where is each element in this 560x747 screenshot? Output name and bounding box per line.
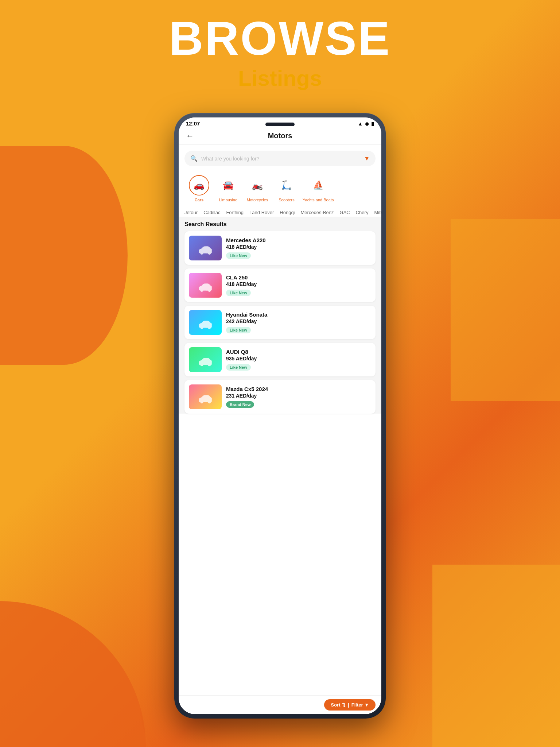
category-icon-wrap-scooters: 🛴 bbox=[276, 175, 297, 196]
sort-label: Sort ⇅ bbox=[331, 702, 346, 708]
car-name-3: Hyundai Sonata bbox=[226, 311, 371, 318]
yacht-icon: ⛵ bbox=[313, 180, 324, 190]
app-header: ← Motors bbox=[179, 128, 381, 145]
car-silhouette-4: 🚗 bbox=[198, 353, 213, 367]
category-label-limousine: Limousine bbox=[219, 198, 237, 202]
header-section: BROWSE Listings bbox=[0, 15, 560, 91]
results-title: Search Results bbox=[184, 221, 376, 228]
category-item-motorcycles[interactable]: 🏍️ Motorcycles bbox=[243, 174, 272, 204]
car-silhouette-1: 🚗 bbox=[198, 241, 213, 255]
table-row[interactable]: 🚗 AUDI Q8 935 AED/day Like New bbox=[184, 343, 376, 376]
category-label-scooters: Scooters bbox=[279, 198, 294, 202]
car-badge-3: Like New bbox=[226, 327, 251, 333]
brand-chery[interactable]: Chery bbox=[356, 210, 369, 215]
search-section: 🔍 What are you looking for? ▼ bbox=[179, 145, 381, 169]
back-button[interactable]: ← bbox=[186, 131, 194, 141]
wifi-icon: ▲ bbox=[358, 121, 363, 127]
car-info-3: Hyundai Sonata 242 AED/day Like New bbox=[226, 311, 371, 333]
category-item-cars[interactable]: 🚗 Cars bbox=[184, 174, 214, 204]
car-price-1: 418 AED/day bbox=[226, 244, 371, 250]
car-image-4: 🚗 bbox=[189, 347, 222, 372]
bg-shape-right bbox=[451, 219, 560, 401]
categories-section: 🚗 Cars 🚘 Limousine bbox=[179, 169, 381, 207]
category-item-limousine[interactable]: 🚘 Limousine bbox=[214, 174, 243, 204]
phone-frame: 12:07 ▲ ◆ ▮ ← Motors bbox=[174, 113, 386, 719]
category-item-scooters[interactable]: 🛴 Scooters bbox=[272, 174, 301, 204]
device-wrapper: 12:07 ▲ ◆ ▮ ← Motors bbox=[174, 113, 386, 719]
car-badge-2: Like New bbox=[226, 290, 251, 296]
phone-inner: 12:07 ▲ ◆ ▮ ← Motors bbox=[179, 117, 381, 714]
car-image-5: 🚗 bbox=[189, 384, 222, 409]
limousine-icon: 🚘 bbox=[223, 180, 234, 190]
sort-button[interactable]: Sort ⇅ | Filter ▼ bbox=[324, 699, 376, 711]
separator: | bbox=[348, 702, 349, 708]
brand-mercedesbenz[interactable]: Mercedes-Benz bbox=[301, 210, 334, 215]
listings-subtitle: Listings bbox=[0, 66, 560, 91]
search-bar[interactable]: 🔍 What are you looking for? ▼ bbox=[184, 151, 376, 166]
car-name-2: CLA 250 bbox=[226, 274, 371, 280]
car-price-2: 418 AED/day bbox=[226, 281, 371, 287]
category-icon-wrap-motorcycles: 🏍️ bbox=[247, 175, 268, 196]
results-section: Search Results 🚗 Mercedes A220 bbox=[179, 217, 381, 414]
brand-hongqi[interactable]: Hongqi bbox=[280, 210, 295, 215]
brand-mitsu[interactable]: Mitsu bbox=[374, 210, 381, 215]
car-image-1: 🚗 bbox=[189, 236, 222, 260]
brand-jetour[interactable]: Jetour bbox=[184, 210, 198, 215]
category-icon-wrap-yachts: ⛵ bbox=[308, 175, 328, 196]
category-label-motorcycles: Motorcycles bbox=[247, 198, 268, 202]
table-row[interactable]: 🚗 CLA 250 418 AED/day Like New bbox=[184, 268, 376, 302]
bg-shape-bottom-left bbox=[0, 601, 146, 747]
table-row[interactable]: 🚗 Mercedes A220 418 AED/day Like New bbox=[184, 231, 376, 265]
status-time: 12:07 bbox=[186, 120, 200, 127]
motorcycle-icon: 🏍️ bbox=[252, 180, 263, 190]
category-label-cars: Cars bbox=[195, 198, 203, 202]
cars-icon: 🚗 bbox=[194, 180, 205, 190]
car-name-1: Mercedes A220 bbox=[226, 237, 371, 243]
car-price-3: 242 AED/day bbox=[226, 318, 371, 324]
scooter-icon: 🛴 bbox=[281, 180, 292, 190]
table-row[interactable]: 🚗 Mazda Cx5 2024 231 AED/day Brand New bbox=[184, 380, 376, 414]
brands-section: Jetour Cadillac Forthing Land Rover Hong… bbox=[179, 207, 381, 217]
table-row[interactable]: 🚗 Hyundai Sonata 242 AED/day Like New bbox=[184, 306, 376, 339]
category-icon-wrap-cars: 🚗 bbox=[189, 175, 209, 196]
phone-speaker bbox=[265, 123, 295, 126]
brand-landrover[interactable]: Land Rover bbox=[249, 210, 274, 215]
category-label-yachts: Yachts and Boats bbox=[303, 198, 334, 202]
signal-icon: ◆ bbox=[365, 121, 369, 127]
brand-gac[interactable]: GAC bbox=[340, 210, 350, 215]
screen: 12:07 ▲ ◆ ▮ ← Motors bbox=[179, 117, 381, 714]
brands-row: Jetour Cadillac Forthing Land Rover Hong… bbox=[179, 210, 381, 215]
app-title: Motors bbox=[268, 132, 292, 140]
browse-title: BROWSE bbox=[0, 15, 560, 62]
app-scroll[interactable]: 🔍 What are you looking for? ▼ 🚗 bbox=[179, 145, 381, 695]
car-img-placeholder-4: 🚗 bbox=[189, 347, 222, 372]
car-badge-5: Brand New bbox=[226, 401, 254, 408]
car-price-5: 231 AED/day bbox=[226, 393, 371, 399]
car-img-placeholder-1: 🚗 bbox=[189, 236, 222, 260]
category-icon-wrap-limousine: 🚘 bbox=[218, 175, 238, 196]
car-name-4: AUDI Q8 bbox=[226, 349, 371, 355]
category-item-yachts[interactable]: ⛵ Yachts and Boats bbox=[301, 174, 335, 204]
filter-label: Filter ▼ bbox=[351, 702, 369, 708]
brand-cadillac[interactable]: Cadillac bbox=[203, 210, 220, 215]
car-img-placeholder-3: 🚗 bbox=[189, 310, 222, 335]
search-placeholder: What are you looking for? bbox=[201, 156, 360, 162]
battery-icon: ▮ bbox=[371, 121, 374, 127]
car-silhouette-3: 🚗 bbox=[198, 316, 213, 329]
car-img-placeholder-5: 🚗 bbox=[189, 384, 222, 409]
bottom-bar: Sort ⇅ | Filter ▼ bbox=[179, 695, 381, 714]
car-silhouette-2: 🚗 bbox=[198, 278, 213, 292]
car-badge-4: Like New bbox=[226, 364, 251, 371]
car-info-2: CLA 250 418 AED/day Like New bbox=[226, 274, 371, 296]
car-info-4: AUDI Q8 935 AED/day Like New bbox=[226, 349, 371, 371]
brand-forthing[interactable]: Forthing bbox=[226, 210, 244, 215]
car-price-4: 935 AED/day bbox=[226, 356, 371, 361]
car-image-2: 🚗 bbox=[189, 273, 222, 298]
car-img-placeholder-2: 🚗 bbox=[189, 273, 222, 298]
car-image-3: 🚗 bbox=[189, 310, 222, 335]
filter-icon[interactable]: ▼ bbox=[364, 155, 370, 162]
bg-shape-left bbox=[0, 146, 128, 365]
car-badge-1: Like New bbox=[226, 252, 251, 259]
search-icon: 🔍 bbox=[190, 155, 198, 162]
car-info-5: Mazda Cx5 2024 231 AED/day Brand New bbox=[226, 386, 371, 408]
